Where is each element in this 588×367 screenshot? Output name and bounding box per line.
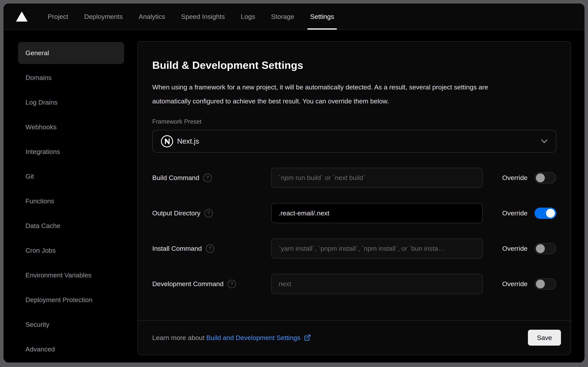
override-label: Override bbox=[502, 209, 528, 217]
help-icon[interactable]: ? bbox=[206, 244, 214, 253]
settings-sidebar: GeneralDomainsLog DrainsWebhooksIntegrat… bbox=[3, 30, 137, 363]
chevron-down-icon bbox=[541, 139, 548, 144]
settings-rows: Build Command ? Override Output Director… bbox=[152, 168, 556, 294]
page-title: Build & Development Settings bbox=[152, 59, 556, 71]
card-footer: Learn more about Build and Development S… bbox=[138, 320, 571, 355]
sidebar-item-general[interactable]: General bbox=[18, 42, 124, 64]
tab-logs[interactable]: Logs bbox=[238, 3, 258, 30]
setting-label: Build Command bbox=[152, 174, 199, 182]
override-label: Override bbox=[502, 280, 528, 288]
toggle-knob bbox=[536, 173, 545, 182]
tab-settings[interactable]: Settings bbox=[307, 3, 337, 30]
sidebar-item-advanced[interactable]: Advanced bbox=[18, 338, 124, 360]
card-body: Build & Development Settings When using … bbox=[138, 42, 571, 320]
development-command-override-toggle[interactable] bbox=[535, 278, 556, 290]
sidebar-item-security[interactable]: Security bbox=[18, 314, 124, 335]
content-area: GeneralDomainsLog DrainsWebhooksIntegrat… bbox=[3, 30, 585, 363]
sidebar-item-data-cache[interactable]: Data Cache bbox=[18, 215, 124, 237]
framework-preset-label: Framework Preset bbox=[152, 118, 556, 125]
tab-project[interactable]: Project bbox=[45, 3, 71, 30]
tab-deployments[interactable]: Deployments bbox=[82, 3, 126, 30]
framework-preset-select[interactable]: Next.js bbox=[152, 130, 556, 153]
help-icon[interactable]: ? bbox=[227, 280, 236, 288]
toggle-knob bbox=[536, 244, 545, 253]
help-icon[interactable]: ? bbox=[204, 209, 213, 217]
sidebar-item-integrations[interactable]: Integrations bbox=[18, 141, 124, 163]
tab-speed-insights[interactable]: Speed Insights bbox=[178, 3, 227, 30]
tab-analytics[interactable]: Analytics bbox=[136, 3, 168, 30]
external-link-icon bbox=[304, 334, 311, 341]
top-nav: ProjectDeploymentsAnalyticsSpeed Insight… bbox=[3, 3, 585, 30]
nextjs-logo-icon bbox=[161, 135, 173, 148]
help-icon[interactable]: ? bbox=[203, 174, 212, 182]
sidebar-item-environment-variables[interactable]: Environment Variables bbox=[18, 264, 124, 286]
sidebar-item-log-drains[interactable]: Log Drains bbox=[18, 91, 124, 113]
build-command-input[interactable] bbox=[271, 168, 483, 188]
sidebar-item-git[interactable]: Git bbox=[18, 166, 124, 187]
row-install-command: Install Command ? Override bbox=[152, 239, 556, 259]
install-command-override-toggle[interactable] bbox=[535, 243, 556, 254]
row-output-directory: Output Directory ? Override bbox=[152, 203, 556, 223]
card-description: When using a framework for a new project… bbox=[152, 80, 512, 108]
development-command-input[interactable] bbox=[271, 274, 483, 294]
sidebar-item-domains[interactable]: Domains bbox=[18, 67, 124, 89]
output-directory-override-toggle[interactable] bbox=[535, 208, 556, 219]
build-command-override-toggle[interactable] bbox=[535, 172, 556, 184]
main-area: Build & Development Settings When using … bbox=[137, 30, 585, 363]
setting-label: Install Command bbox=[152, 245, 202, 252]
learn-more-text: Learn more about Build and Development S… bbox=[152, 334, 311, 342]
row-build-command: Build Command ? Override bbox=[152, 168, 556, 188]
toggle-knob bbox=[546, 209, 555, 218]
tab-storage[interactable]: Storage bbox=[268, 3, 297, 30]
vercel-logo[interactable] bbox=[16, 3, 28, 30]
setting-label: Development Command bbox=[152, 280, 224, 288]
vercel-triangle-icon bbox=[16, 11, 28, 22]
build-settings-doc-link[interactable]: Build and Development Settings bbox=[206, 334, 311, 342]
setting-label: Output Directory bbox=[152, 209, 201, 217]
app-window: ProjectDeploymentsAnalyticsSpeed Insight… bbox=[3, 3, 585, 363]
output-directory-input[interactable] bbox=[271, 203, 483, 223]
sidebar-item-cron-jobs[interactable]: Cron Jobs bbox=[18, 240, 124, 261]
nav-tabs: ProjectDeploymentsAnalyticsSpeed Insight… bbox=[40, 3, 342, 30]
sidebar-item-functions[interactable]: Functions bbox=[18, 190, 124, 212]
sidebar-item-deployment-protection[interactable]: Deployment Protection bbox=[18, 289, 124, 311]
install-command-input[interactable] bbox=[271, 239, 483, 259]
override-label: Override bbox=[502, 174, 528, 182]
row-development-command: Development Command ? Override bbox=[152, 274, 556, 294]
doc-link-label: Build and Development Settings bbox=[206, 334, 300, 342]
learn-more-prefix: Learn more about bbox=[152, 334, 206, 342]
save-button[interactable]: Save bbox=[528, 330, 561, 346]
build-settings-card: Build & Development Settings When using … bbox=[137, 41, 571, 355]
sidebar-item-webhooks[interactable]: Webhooks bbox=[18, 116, 124, 138]
toggle-knob bbox=[536, 280, 545, 288]
override-label: Override bbox=[502, 245, 528, 252]
framework-preset-value: Next.js bbox=[177, 137, 541, 145]
